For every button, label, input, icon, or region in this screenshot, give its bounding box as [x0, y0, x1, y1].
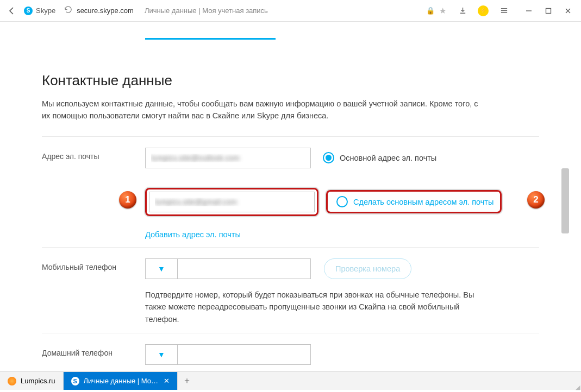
mobile-phone-hint: Подтвердите номер, который будет показыв…: [145, 289, 482, 325]
primary-email-radio[interactable]: [323, 152, 334, 163]
url-domain: secure.skype.com: [77, 7, 134, 15]
extension-icon[interactable]: ⚡: [476, 3, 491, 18]
cutoff-element-underline: [145, 38, 276, 40]
make-primary-link[interactable]: Сделать основным адресом эл. почты: [353, 198, 493, 206]
skype-icon: S: [24, 7, 33, 15]
back-button[interactable]: [4, 3, 20, 18]
skype-favicon: S: [71, 377, 79, 385]
make-primary-radio[interactable]: [336, 196, 348, 207]
section-title: Контактные данные: [42, 72, 539, 89]
mobile-phone-input[interactable]: [178, 258, 311, 279]
lock-icon[interactable]: 🔒: [426, 7, 435, 15]
window-close-button[interactable]: [559, 3, 577, 18]
browser-titlebar: S Skype secure.skype.com Личные данные |…: [0, 0, 581, 22]
mobile-phone-label: Мобильный телефон: [42, 258, 145, 271]
home-phone-input[interactable]: [178, 344, 311, 365]
menu-icon[interactable]: [496, 3, 511, 18]
window-maximize-button[interactable]: [540, 3, 557, 18]
close-tab-icon[interactable]: ✕: [164, 377, 170, 385]
verify-number-button[interactable]: Проверка номера: [324, 258, 411, 279]
address-bar[interactable]: secure.skype.com Личные данные | Моя уче…: [60, 3, 451, 18]
browser-tab-strip: Lumpics.ru S Личные данные | Моя уч ✕ ＋: [0, 371, 581, 390]
tab-skype-account[interactable]: S Личные данные | Моя уч ✕: [64, 372, 178, 390]
home-phone-label: Домашний телефон: [42, 344, 145, 357]
mobile-phone-row: Мобильный телефон ▼ Проверка номера Подт…: [42, 247, 539, 325]
home-country-code-select[interactable]: ▼: [145, 344, 178, 365]
svg-rect-1: [546, 8, 551, 13]
primary-email-input[interactable]: [145, 148, 311, 168]
tab-label: Личные данные | Моя уч: [84, 377, 159, 385]
tab-title-text: Skype: [36, 7, 55, 15]
tab-label: Lumpics.ru: [21, 377, 55, 385]
mobile-country-code-select[interactable]: ▼: [145, 258, 178, 279]
chevron-down-icon: ▼: [158, 350, 165, 359]
annotation-step-1-badge: 1: [119, 191, 136, 208]
downloads-icon[interactable]: [455, 3, 470, 18]
resize-grip-icon[interactable]: ◢: [576, 384, 580, 391]
email-label: Адрес эл. почты: [42, 148, 145, 161]
reload-icon[interactable]: [64, 5, 72, 16]
annotation-highlight-1: [145, 188, 318, 216]
tab-lumpics[interactable]: Lumpics.ru: [0, 372, 64, 390]
annotation-step-2-badge: 2: [527, 191, 545, 208]
section-description: Мы используем контактные данные, чтобы с…: [42, 98, 488, 122]
url-page-title: Личные данные | Моя учетная запись: [145, 7, 268, 15]
add-email-link[interactable]: Добавить адрес эл. почты: [145, 230, 241, 239]
secondary-email-input[interactable]: [149, 192, 315, 212]
primary-email-radio-label: Основной адрес эл. почты: [340, 154, 436, 162]
annotation-highlight-2: Сделать основным адресом эл. почты: [326, 190, 502, 213]
email-row: Адрес эл. почты Основной адрес эл. почты…: [42, 136, 539, 239]
page-content: Контактные данные Мы используем контактн…: [12, 22, 569, 370]
current-tab-title: S Skype: [24, 7, 55, 15]
titlebar-right: ⚡: [455, 3, 577, 18]
lumpics-favicon: [8, 377, 16, 385]
new-tab-button[interactable]: ＋: [178, 372, 196, 390]
window-minimize-button[interactable]: [520, 3, 538, 18]
home-phone-row: Домашний телефон ▼: [42, 333, 539, 365]
scrollbar-thumb[interactable]: [561, 168, 569, 233]
bookmark-star-icon[interactable]: ★: [439, 6, 446, 16]
chevron-down-icon: ▼: [158, 264, 165, 273]
